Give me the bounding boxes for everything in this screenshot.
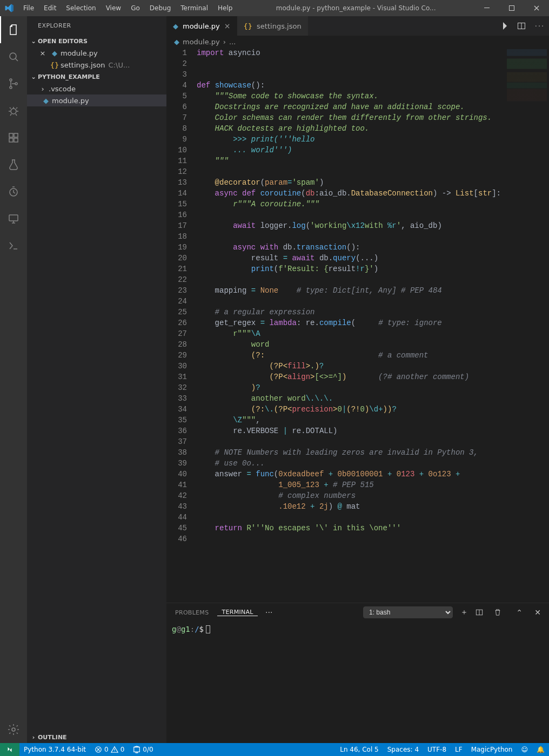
svg-rect-8 [9,138,13,142]
status-bar: Python 3.7.4 64-bit 0 0 0/0 Ln 46, Col 5… [0,743,549,756]
activity-testing[interactable] [0,151,27,178]
breadcrumb-file: module.py [183,38,220,46]
menu-file[interactable]: File [18,0,39,16]
status-cursor[interactable]: Ln 46, Col 5 [336,743,383,756]
activity-explorer[interactable] [0,16,27,43]
close-button[interactable] [524,0,549,16]
status-warnings: 0 [120,746,125,753]
vscode-icon [0,3,18,13]
svg-point-13 [12,728,15,731]
folder-item[interactable]: › .vscode [27,83,166,94]
status-ports[interactable]: 0/0 [129,743,157,756]
editor-group: ◆ module.py × {} settings.json ··· ◆ mod… [166,16,549,743]
prompt-host: g1 [181,625,190,633]
status-language[interactable]: MagicPython [467,743,517,756]
new-terminal-icon[interactable]: ＋ [457,608,471,617]
status-problems[interactable]: 0 0 [90,743,129,756]
python-file-icon: ◆ [49,49,61,57]
code-editor[interactable]: 1234567891011121314151617181920212223242… [166,48,549,603]
activity-remote[interactable] [0,205,27,232]
maximize-button[interactable] [499,0,524,16]
kill-terminal-icon[interactable] [494,609,508,616]
menu-terminal[interactable]: Terminal [176,0,213,16]
svg-point-2 [10,53,16,59]
panel-tabs: PROBLEMS TERMINAL ··· 1: bash ＋ ⌃ ✕ [166,603,549,622]
folder-label: .vscode [49,85,76,93]
outline-header[interactable]: ›OUTLINE [27,731,166,743]
svg-rect-9 [14,138,18,142]
svg-point-6 [11,109,16,114]
workspace-header[interactable]: ⌄PYTHON_EXAMPLE [27,71,166,83]
activity-search[interactable] [0,43,27,70]
svg-rect-7 [9,133,13,137]
status-python[interactable]: Python 3.7.4 64-bit [19,743,90,756]
status-encoding[interactable]: UTF-8 [423,743,451,756]
tab-settings[interactable]: {} settings.json [237,16,308,36]
prompt-path: / [195,625,199,633]
activity-scm[interactable] [0,70,27,97]
more-actions-icon[interactable]: ··· [531,16,549,36]
file-label: module.py [52,97,89,105]
tab-label: module.py [183,22,220,30]
menu-go[interactable]: Go [126,0,145,16]
file-item[interactable]: ◆ module.py [27,94,166,106]
activity-debug[interactable] [0,97,27,124]
status-eol[interactable]: LF [451,743,467,756]
split-terminal-icon[interactable] [476,609,490,616]
minimap[interactable] [505,48,549,603]
json-file-icon: {} [49,61,61,69]
panel-maximize-icon[interactable]: ⌃ [512,608,526,617]
svg-point-5 [15,83,17,85]
minimize-button[interactable] [474,0,499,16]
sidebar-title: EXPLORER [27,16,166,35]
panel-close-icon[interactable]: ✕ [531,608,545,617]
prompt-symbol: $ [199,625,204,633]
svg-rect-12 [9,215,18,221]
tab-close-icon[interactable]: × [224,22,231,30]
window-controls [474,0,549,16]
menu-selection[interactable]: Selection [61,0,101,16]
outline-label: OUTLINE [38,734,67,741]
status-spaces[interactable]: Spaces: 4 [383,743,423,756]
breadcrumb-extra: ... [229,38,236,46]
status-ports-label: 0/0 [143,746,153,753]
open-editor-label: module.py [61,49,98,57]
activity-console[interactable] [0,232,27,259]
tab-module[interactable]: ◆ module.py × [166,16,237,36]
open-editor-label: settings.json [61,61,105,69]
panel-more-icon[interactable]: ··· [262,608,276,617]
split-editor-icon[interactable] [512,16,531,36]
status-errors: 0 [104,746,109,753]
python-file-icon: ◆ [40,97,52,105]
status-feedback-icon[interactable]: ☺ [517,743,532,756]
tab-label: settings.json [257,22,302,30]
close-icon[interactable]: × [37,49,49,57]
open-editor-item[interactable]: {} settings.json C:\U... [27,59,166,71]
compare-icon[interactable] [494,16,512,36]
menu-debug[interactable]: Debug [145,0,176,16]
code-content[interactable]: import asynciodef showcase(): """Some co… [197,48,505,603]
line-gutter: 1234567891011121314151617181920212223242… [166,48,197,603]
terminal-body[interactable]: g@g1:/$ [166,622,549,743]
remote-indicator[interactable] [0,743,19,756]
json-file-icon: {} [244,22,253,30]
breadcrumb-sep: › [223,38,226,46]
panel-tab-terminal[interactable]: TERMINAL [217,609,257,616]
menu-edit[interactable]: Edit [39,0,61,16]
activity-settings[interactable] [0,716,27,743]
svg-rect-10 [14,133,18,137]
svg-point-4 [10,86,12,89]
svg-point-3 [10,79,12,81]
open-editors-header[interactable]: ⌄OPEN EDITORS [27,35,166,47]
open-editor-item[interactable]: × ◆ module.py [27,47,166,59]
panel-tab-problems[interactable]: PROBLEMS [171,609,213,616]
activity-extensions[interactable] [0,124,27,151]
breadcrumb[interactable]: ◆ module.py › ... [166,36,549,48]
menu-help[interactable]: Help [213,0,237,16]
terminal-select[interactable]: 1: bash [363,606,453,618]
activity-timing[interactable] [0,178,27,205]
terminal-cursor [206,625,210,633]
menu-view[interactable]: View [101,0,126,16]
activity-bar [0,16,27,743]
status-bell-icon[interactable]: 🔔 [532,743,549,756]
